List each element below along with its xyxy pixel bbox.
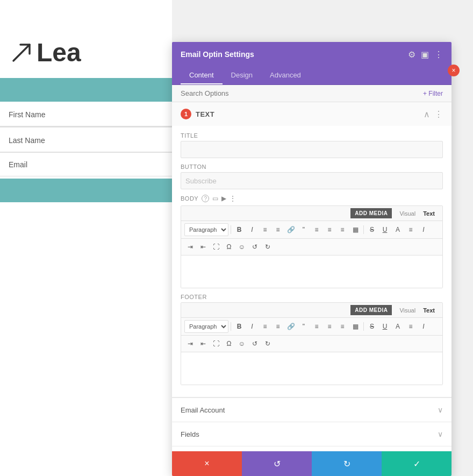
link-button[interactable]: 🔗 [285, 224, 297, 236]
undo-button[interactable]: ↺ [249, 241, 261, 253]
footer-divider [231, 322, 231, 331]
teal-bar-bottom [0, 179, 172, 202]
footer-table-button[interactable]: ▦ [349, 321, 361, 332]
outdent-button[interactable]: ⇤ [197, 241, 209, 253]
footer-editor-content[interactable] [181, 352, 442, 385]
ol-button[interactable]: ≡ [272, 224, 284, 236]
redo-button-bottom[interactable]: ↻ [312, 451, 382, 476]
footer-color-button[interactable]: A [392, 321, 404, 332]
button-input[interactable] [181, 172, 443, 189]
fields-label: Fields [181, 430, 199, 438]
footer-ol-button[interactable]: ≡ [272, 321, 284, 332]
italic-button[interactable]: I [246, 224, 258, 236]
help-icon[interactable]: ? [202, 195, 209, 202]
align-right-button[interactable]: ≡ [336, 224, 348, 236]
expand-button[interactable]: I [418, 224, 429, 236]
text-tab[interactable]: Text [420, 209, 438, 218]
more-button[interactable]: ≡ [405, 224, 417, 236]
grid-icon[interactable]: ▣ [421, 49, 429, 60]
text-section-title: Text [196, 110, 214, 118]
search-input[interactable] [181, 89, 423, 97]
strikethrough-button[interactable]: S [366, 224, 378, 236]
footer-underline-button[interactable]: U [379, 321, 391, 332]
blockquote-button[interactable]: " [298, 224, 310, 236]
footer-more-button[interactable]: ≡ [405, 321, 417, 332]
panel-header-icons: ⚙ ▣ ⋮ [408, 49, 443, 60]
button-label: Button [181, 164, 443, 170]
close-button[interactable]: × [448, 65, 460, 76]
settings-icon[interactable]: ⚙ [408, 49, 415, 60]
footer-emoji-button[interactable]: ☺ [236, 338, 248, 350]
email-account-chevron: ∨ [438, 406, 443, 414]
paragraph-select[interactable]: Paragraph [184, 223, 228, 236]
table-button[interactable]: ▦ [349, 224, 361, 236]
collapse-icon[interactable]: ∧ [424, 109, 430, 119]
tab-design[interactable]: Design [223, 67, 261, 84]
footer-italic-button[interactable]: I [246, 321, 258, 332]
ul-button[interactable]: ≡ [259, 224, 271, 236]
add-media-button[interactable]: ADD MEDIA [350, 208, 392, 218]
title-input[interactable] [181, 141, 443, 158]
more-icon[interactable]: ⋮ [434, 49, 443, 60]
color-button[interactable]: A [392, 224, 404, 236]
omega-button[interactable]: Ω [223, 241, 235, 253]
more-options-icon[interactable]: ⋮ [434, 109, 443, 119]
body-editor-topbar: ADD MEDIA Visual Text [181, 206, 442, 221]
panel-tabs: Content Design Advanced [172, 67, 452, 85]
emoji-button[interactable]: ☺ [236, 241, 248, 253]
body-editor-content[interactable] [181, 255, 442, 288]
indent-button[interactable]: ⇥ [184, 241, 196, 253]
footer-redo-button[interactable]: ↻ [262, 338, 274, 350]
section-actions: ∧ ⋮ [424, 109, 443, 119]
footer-add-media-button[interactable]: ADD MEDIA [350, 305, 392, 315]
bottom-bar: × ↺ ↻ ✓ [172, 451, 452, 476]
visual-text-tabs: Visual Text [396, 209, 438, 218]
body-icon1[interactable]: ▭ [212, 195, 218, 202]
fullscreen-button[interactable]: ⛶ [210, 241, 222, 253]
visual-tab[interactable]: Visual [396, 209, 419, 218]
cancel-button[interactable]: × [172, 451, 242, 476]
footer-blockquote-button[interactable]: " [298, 321, 310, 332]
footer-fullscreen-button[interactable]: ⛶ [210, 338, 222, 350]
footer-undo-button[interactable]: ↺ [249, 338, 261, 350]
align-center-button[interactable]: ≡ [324, 224, 335, 236]
footer-outdent-button[interactable]: ⇤ [197, 338, 209, 350]
align-left-button[interactable]: ≡ [311, 224, 322, 236]
divider [0, 126, 172, 127]
footer-omega-button[interactable]: Ω [223, 338, 235, 350]
body-icon3[interactable]: ⋮ [230, 195, 236, 202]
footer-ul-button[interactable]: ≡ [259, 321, 271, 332]
footer-expand-button[interactable]: I [418, 321, 429, 332]
bold-button[interactable]: B [233, 224, 245, 236]
body-toolbar-row2: ⇥ ⇤ ⛶ Ω ☺ ↺ ↻ [181, 239, 442, 255]
search-bar: + Filter [172, 85, 452, 102]
filter-button[interactable]: + Filter [423, 90, 443, 97]
footer-visual-tab[interactable]: Visual [396, 306, 419, 315]
body-toolbar-row1: Paragraph B I ≡ ≡ 🔗 " ≡ ≡ ≡ ▦ [181, 221, 442, 239]
tab-content[interactable]: Content [181, 67, 223, 84]
logo-area: Lea [0, 32, 92, 78]
footer-bold-button[interactable]: B [233, 321, 245, 332]
footer-text-tab[interactable]: Text [420, 306, 438, 315]
reset-button[interactable]: ↺ [242, 451, 312, 476]
footer-indent-button[interactable]: ⇥ [184, 338, 196, 350]
footer-align-left[interactable]: ≡ [311, 321, 322, 332]
save-button[interactable]: ✓ [382, 451, 452, 476]
footer-editor-topbar: ADD MEDIA Visual Text [181, 303, 442, 318]
redo-button[interactable]: ↻ [262, 241, 274, 253]
text-section: 1 Text ∧ ⋮ Title Button Body ? [172, 102, 452, 397]
panel-header: Email Optin Settings ⚙ ▣ ⋮ [172, 42, 452, 67]
tab-advanced[interactable]: Advanced [261, 67, 310, 84]
footer-paragraph-select[interactable]: Paragraph [184, 320, 228, 333]
fields-header[interactable]: Fields ∨ [172, 422, 452, 446]
body-icon2[interactable]: ▶ [221, 195, 226, 202]
footer-link-button[interactable]: 🔗 [285, 321, 297, 332]
form-area: First Name Last Name Email [0, 78, 172, 203]
footer-align-center[interactable]: ≡ [324, 321, 335, 332]
footer-align-right[interactable]: ≡ [336, 321, 348, 332]
success-action-header[interactable]: Success Action ∨ [172, 446, 452, 451]
underline-button[interactable]: U [379, 224, 391, 236]
last-name-field: Last Name [0, 129, 172, 152]
footer-strike-button[interactable]: S [366, 321, 378, 332]
email-account-header[interactable]: Email Account ∨ [172, 398, 452, 422]
